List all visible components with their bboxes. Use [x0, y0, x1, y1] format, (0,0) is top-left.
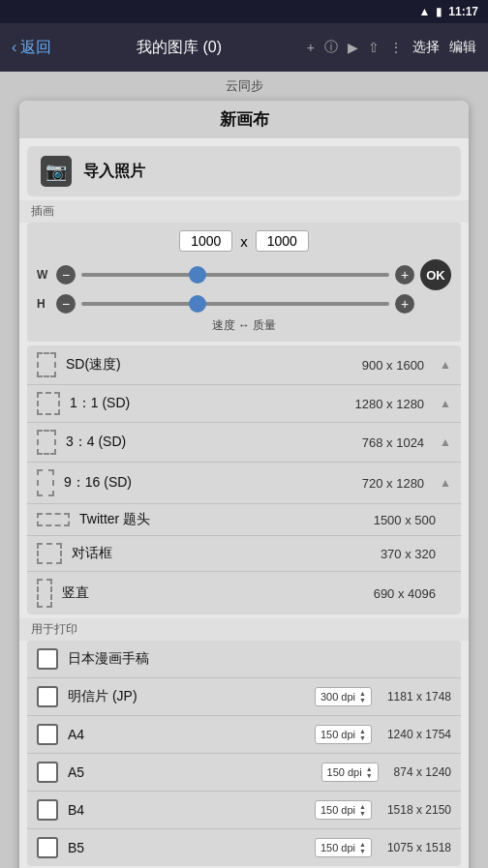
share-icon[interactable]: ⇧ — [368, 40, 380, 55]
b4-size: 1518 x 2150 — [387, 803, 451, 817]
w-label: W — [37, 268, 50, 282]
status-bar: ▲ ▮ 11:17 — [0, 0, 488, 23]
time-display: 11:17 — [448, 5, 478, 18]
import-section[interactable]: 📷 导入照片 — [27, 146, 461, 196]
print-list: 日本漫画手稿 明信片 (JP) 300 dpi ▲▼ 1181 x 1748 A… — [27, 641, 461, 866]
select-label[interactable]: 选择 — [412, 39, 440, 56]
a5-dpi-value: 150 dpi — [327, 766, 362, 778]
nav-title: 我的图库 (0) — [137, 38, 222, 58]
width-slider-thumb[interactable] — [189, 266, 206, 284]
print-name-b4: B4 — [68, 802, 305, 818]
new-canvas-modal: 新画布 📷 导入照片 插画 1000 x 1000 W − + OK H − — [19, 101, 469, 868]
a4-size: 1240 x 1754 — [387, 728, 451, 741]
width-slider-row: W − + OK — [37, 259, 451, 290]
width-plus-button[interactable]: + — [395, 265, 414, 284]
b5-dpi-value: 150 dpi — [320, 842, 355, 853]
preset-size-sd: 900 x 1600 — [362, 358, 424, 373]
print-item-manga[interactable]: 日本漫画手稿 — [27, 641, 461, 678]
print-item-a5[interactable]: A5 150 dpi ▲▼ 874 x 1240 — [27, 754, 461, 792]
b4-dpi-value: 150 dpi — [320, 804, 355, 816]
chevron-right-icon-9x16: ▲ — [440, 476, 451, 490]
print-name-manga: 日本漫画手稿 — [68, 650, 451, 668]
print-item-a4[interactable]: A4 150 dpi ▲▼ 1240 x 1754 — [27, 716, 461, 754]
preset-item-twitter[interactable]: Twitter 题头 1500 x 500 — [27, 504, 461, 536]
add-icon[interactable]: + — [307, 40, 315, 55]
a4-dpi-box[interactable]: 150 dpi ▲▼ — [315, 725, 372, 744]
a5-dpi-box[interactable]: 150 dpi ▲▼ — [321, 763, 379, 782]
camera-icon: 📷 — [41, 156, 72, 187]
ok-button[interactable]: OK — [420, 259, 451, 290]
width-input[interactable]: 1000 — [179, 230, 232, 252]
preset-size-1x1: 1280 x 1280 — [355, 397, 425, 411]
height-plus-button[interactable]: + — [395, 294, 414, 314]
size-display: 1000 x 1000 — [37, 230, 451, 252]
import-label: 导入照片 — [83, 162, 145, 182]
print-name-b5: B5 — [68, 840, 305, 855]
a5-checkbox[interactable] — [37, 762, 58, 783]
preset-thumb-dialog — [37, 543, 62, 564]
print-name-a4: A4 — [68, 727, 305, 742]
preset-thumb-3x4 — [37, 430, 56, 455]
width-slider-track[interactable] — [81, 273, 389, 277]
info-icon[interactable]: ⓘ — [324, 39, 338, 56]
preset-item-3x4[interactable]: 3：4 (SD) 768 x 1024 ▲ — [27, 423, 461, 463]
nav-bar: ‹ 返回 我的图库 (0) + ⓘ ▶ ⇧ ⋮ 选择 编辑 — [0, 23, 488, 72]
b4-dpi-box[interactable]: 150 dpi ▲▼ — [315, 800, 372, 820]
preset-item-dialog[interactable]: 对话框 370 x 320 — [27, 536, 461, 572]
nav-right-actions: + ⓘ ▶ ⇧ ⋮ 选择 编辑 — [307, 39, 476, 56]
preset-item-9x16[interactable]: 9：16 (SD) 720 x 1280 ▲ — [27, 463, 461, 504]
dpi-arrow-a5: ▲▼ — [366, 765, 373, 779]
wifi-icon: ▲ — [418, 5, 430, 18]
a4-checkbox[interactable] — [37, 724, 58, 745]
preset-item-sd[interactable]: SD(速度) 900 x 1600 ▲ — [27, 345, 461, 385]
preset-thumb-9x16 — [37, 469, 54, 496]
postcard-dpi-value: 300 dpi — [320, 691, 355, 703]
b5-dpi-box[interactable]: 150 dpi ▲▼ — [315, 838, 372, 857]
height-slider-thumb[interactable] — [189, 295, 206, 313]
preset-name-3x4: 3：4 (SD) — [66, 434, 352, 451]
chevron-right-icon-1x1: ▲ — [440, 397, 451, 410]
preset-thumb-1x1 — [37, 392, 60, 415]
preset-item-vertical[interactable]: 竖直 690 x 4096 — [27, 572, 461, 614]
modal-title: 新画布 — [19, 101, 469, 138]
print-item-b4[interactable]: B4 150 dpi ▲▼ 1518 x 2150 — [27, 792, 461, 829]
b4-checkbox[interactable] — [37, 799, 58, 821]
cloud-sync-label: 云同步 — [226, 77, 263, 95]
preset-size-twitter: 1500 x 500 — [374, 513, 436, 527]
edit-label[interactable]: 编辑 — [449, 39, 476, 56]
chevron-right-icon-3x4: ▲ — [440, 435, 451, 449]
preset-thumb-vertical — [37, 579, 52, 608]
preset-name-1x1: 1：1 (SD) — [70, 395, 346, 412]
preset-thumb-sd — [37, 352, 56, 377]
b5-checkbox[interactable] — [37, 837, 58, 858]
more-icon[interactable]: ⋮ — [389, 40, 403, 55]
back-arrow-icon: ‹ — [12, 39, 16, 56]
postcard-checkbox[interactable] — [37, 686, 58, 707]
cloud-bar: 云同步 — [0, 72, 488, 101]
play-icon[interactable]: ▶ — [348, 40, 358, 55]
print-item-b5[interactable]: B5 150 dpi ▲▼ 1075 x 1518 — [27, 829, 461, 866]
preset-item-1x1[interactable]: 1：1 (SD) 1280 x 1280 ▲ — [27, 385, 461, 423]
dpi-arrow-postcard: ▲▼ — [359, 690, 366, 703]
postcard-dpi-box[interactable]: 300 dpi ▲▼ — [315, 687, 372, 706]
preset-name-sd: SD(速度) — [66, 356, 352, 374]
h-label: H — [37, 297, 50, 311]
back-button[interactable]: ‹ 返回 — [12, 38, 51, 58]
back-label: 返回 — [20, 38, 51, 58]
section-label-print: 用于打印 — [19, 618, 469, 641]
battery-icon: ▮ — [436, 5, 442, 18]
manga-checkbox[interactable] — [37, 648, 58, 670]
height-slider-row: H − + — [37, 294, 451, 314]
a4-dpi-value: 150 dpi — [320, 729, 355, 740]
print-item-postcard[interactable]: 明信片 (JP) 300 dpi ▲▼ 1181 x 1748 — [27, 678, 461, 716]
preset-size-3x4: 768 x 1024 — [362, 435, 424, 450]
section-label-illustration: 插画 — [19, 200, 469, 223]
width-minus-button[interactable]: − — [56, 265, 76, 284]
height-minus-button[interactable]: − — [56, 294, 76, 314]
dpi-arrow-b5: ▲▼ — [359, 841, 366, 854]
preset-size-dialog: 370 x 320 — [381, 547, 436, 561]
postcard-size: 1181 x 1748 — [387, 690, 451, 703]
height-input[interactable]: 1000 — [256, 230, 309, 252]
preset-name-twitter: Twitter 题头 — [79, 511, 364, 528]
height-slider-track[interactable] — [81, 302, 389, 306]
